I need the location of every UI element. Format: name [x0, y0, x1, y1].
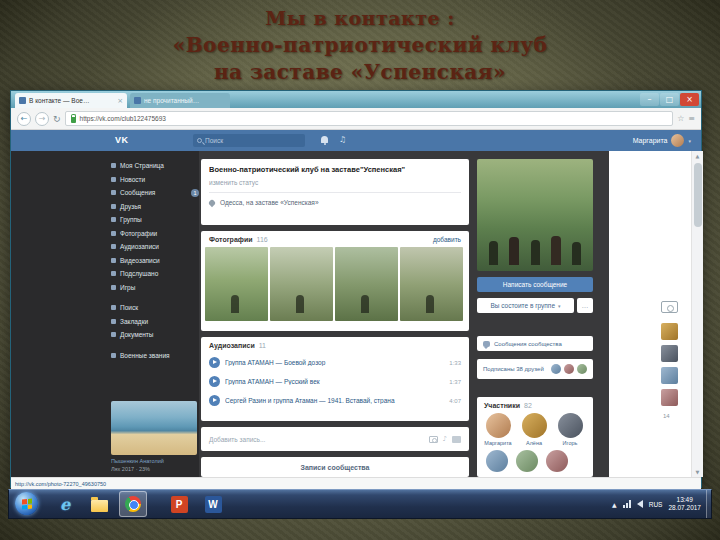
scrollbar-thumb[interactable]: [694, 163, 702, 227]
page-scrollbar[interactable]: ▲ ▼: [691, 151, 703, 477]
write-message-button[interactable]: Написать сообщение: [477, 277, 593, 292]
speaker-icon[interactable]: [637, 500, 643, 508]
photo-thumbnail[interactable]: [270, 247, 333, 321]
music-icon[interactable]: ♫: [339, 135, 346, 144]
member-avatar[interactable]: [558, 413, 583, 438]
documents-icon: [111, 332, 116, 337]
post-placeholder[interactable]: Добавить запись...: [209, 436, 425, 443]
maximize-button[interactable]: □: [660, 93, 679, 106]
minimize-button[interactable]: –: [640, 93, 659, 106]
sidebar-item-my-page[interactable]: Моя Страница: [111, 159, 199, 173]
photo-thumbnail[interactable]: [335, 247, 398, 321]
members-title[interactable]: Участники: [484, 402, 520, 409]
wall-title[interactable]: Записи сообщества: [301, 464, 370, 471]
subscribed-friends-row[interactable]: Подписаны 38 друзей: [477, 359, 593, 379]
audio-title[interactable]: Аудиозаписи: [209, 342, 255, 349]
photo-thumbnail[interactable]: [205, 247, 268, 321]
scroll-down-icon[interactable]: ▼: [692, 467, 703, 477]
sidebar-item-friends[interactable]: Друзья: [111, 200, 199, 214]
taskbar-powerpoint-button[interactable]: P: [165, 491, 193, 517]
vk-search-box[interactable]: [193, 134, 305, 147]
tab-second[interactable]: не прочитанный…: [130, 93, 230, 108]
audio-track[interactable]: Группа АТАМАН — Боевой дозор 1:33: [201, 353, 469, 372]
tray-expand-icon[interactable]: ▲: [612, 501, 617, 508]
member-avatar[interactable]: [522, 413, 547, 438]
sidebar-item-search[interactable]: Поиск: [111, 301, 199, 315]
taskbar-explorer-button[interactable]: [85, 491, 113, 517]
group-title: Военно-патриотический клуб на заставе"Ус…: [209, 165, 461, 174]
sidebar-item-video[interactable]: Видеозаписи: [111, 254, 199, 268]
user-menu[interactable]: Маргарита ▾: [633, 134, 691, 147]
bookmark-star-icon[interactable]: ☆: [677, 114, 684, 123]
sidebar-item-bookmarks[interactable]: Закладки: [111, 315, 199, 329]
sidebar-item-audio[interactable]: Аудиозаписи: [111, 240, 199, 254]
video-attach-icon[interactable]: [452, 436, 461, 443]
sidebar-item-documents[interactable]: Документы: [111, 328, 199, 342]
vk-logo[interactable]: VK: [115, 135, 129, 145]
friend-avatar[interactable]: [551, 364, 561, 374]
play-icon[interactable]: [209, 395, 220, 406]
member-avatar[interactable]: [516, 450, 538, 472]
search-input[interactable]: [205, 137, 293, 144]
member[interactable]: Маргарита: [484, 413, 512, 446]
membership-dropdown[interactable]: Вы состоите в группе ▾: [477, 298, 574, 313]
sidebar-item-photos[interactable]: Фотографии: [111, 227, 199, 241]
sidebar-item-groups[interactable]: Группы: [111, 213, 199, 227]
show-desktop-button[interactable]: [706, 490, 711, 518]
community-messages-row[interactable]: Сообщения сообщества: [477, 336, 593, 351]
slide-title: Мы в контакте : «Военно-патриотический к…: [0, 5, 720, 86]
members-header: Участники 82: [484, 402, 586, 409]
rail-badge: 14: [663, 413, 670, 419]
member[interactable]: Алёна: [520, 413, 548, 446]
group-cover-photo[interactable]: [477, 159, 593, 271]
taskbar-chrome-button[interactable]: [119, 491, 147, 517]
back-button[interactable]: ←: [17, 112, 31, 126]
notifications-bell-icon[interactable]: [321, 136, 328, 143]
audio-attach-icon[interactable]: ♪: [443, 435, 447, 443]
rail-avatar[interactable]: [661, 389, 678, 406]
sidebar-item-messages[interactable]: Сообщения1: [111, 186, 199, 200]
group-location-row[interactable]: Одесса, на заставе «Успенская»: [209, 199, 461, 206]
close-button[interactable]: ×: [680, 93, 699, 106]
more-actions-button[interactable]: …: [577, 298, 593, 313]
sidebar-item-podslushano[interactable]: Подслушано: [111, 267, 199, 281]
camera-icon[interactable]: [661, 301, 678, 313]
tab-close-icon[interactable]: ×: [117, 97, 123, 105]
sidebar-item-military-ranks[interactable]: Военные звания: [111, 349, 199, 363]
member-avatar[interactable]: [486, 450, 508, 472]
taskbar-clock[interactable]: 13:49 28.07.2017: [668, 496, 701, 512]
network-icon[interactable]: [623, 500, 631, 508]
group-status-hint[interactable]: изменить статус: [209, 179, 461, 193]
rail-avatar[interactable]: [661, 345, 678, 362]
camera-icon[interactable]: [429, 436, 438, 443]
add-photo-link[interactable]: добавить: [433, 236, 461, 243]
friend-avatar[interactable]: [577, 364, 587, 374]
post-composer-card[interactable]: Добавить запись... ♪: [201, 427, 469, 451]
scroll-up-icon[interactable]: ▲: [692, 151, 703, 161]
language-indicator[interactable]: RUS: [649, 501, 663, 508]
friend-avatar[interactable]: [564, 364, 574, 374]
sidebar-item-games[interactable]: Игры: [111, 281, 199, 295]
address-bar[interactable]: https://vk.com/club122475693: [65, 111, 674, 126]
browser-menu-icon[interactable]: ≡: [688, 114, 695, 123]
forward-button[interactable]: →: [35, 112, 49, 126]
tab-vk-club[interactable]: В контакте — Вое… ×: [15, 93, 127, 108]
member-avatar[interactable]: [486, 413, 511, 438]
sidebar-photo-caption[interactable]: Пышенкин Анатолий: [111, 458, 197, 464]
play-icon[interactable]: [209, 357, 220, 368]
start-button[interactable]: [15, 492, 38, 515]
sidebar-item-news[interactable]: Новости: [111, 173, 199, 187]
play-icon[interactable]: [209, 376, 220, 387]
audio-track[interactable]: Группа АТАМАН — Русский век 1:37: [201, 372, 469, 391]
sidebar-photo-thumbnail[interactable]: [111, 401, 197, 455]
rail-avatar[interactable]: [661, 367, 678, 384]
member[interactable]: Игорь: [556, 413, 584, 446]
taskbar-word-button[interactable]: W: [199, 491, 227, 517]
photo-thumbnail[interactable]: [400, 247, 463, 321]
member-avatar[interactable]: [546, 450, 568, 472]
rail-avatar[interactable]: [661, 323, 678, 340]
photos-title[interactable]: Фотографии: [209, 236, 253, 243]
audio-track[interactable]: Сергей Разин и группа Атаман — 1941. Вст…: [201, 391, 469, 410]
taskbar-ie-button[interactable]: e: [51, 491, 79, 517]
refresh-icon[interactable]: ↻: [53, 114, 61, 124]
